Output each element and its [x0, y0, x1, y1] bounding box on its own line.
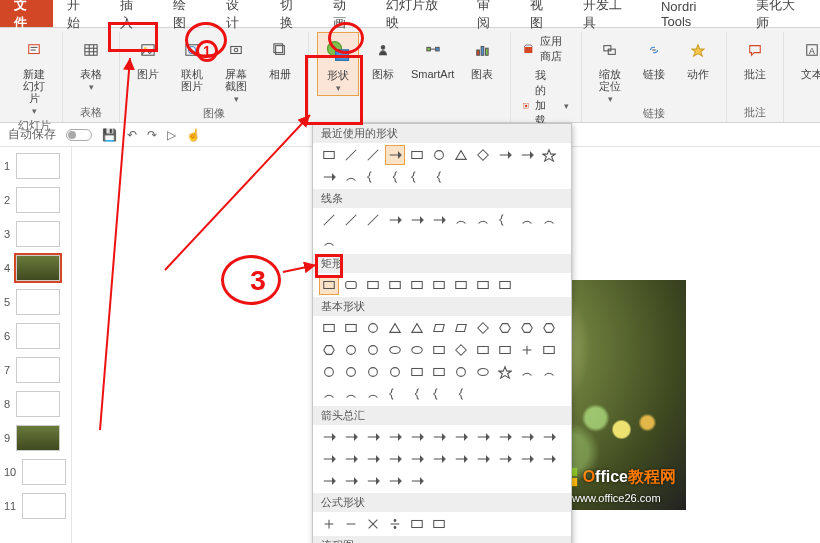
thumbnail-3[interactable]: 3 [4, 221, 67, 247]
shape-item[interactable] [517, 340, 537, 360]
shape-item[interactable] [539, 318, 559, 338]
shape-item[interactable] [363, 514, 383, 534]
shape-item[interactable] [341, 275, 361, 295]
tab-home[interactable]: 开始 [53, 0, 106, 27]
shape-item[interactable] [319, 275, 339, 295]
shape-item[interactable] [539, 362, 559, 382]
shape-item[interactable] [407, 318, 427, 338]
shape-item[interactable] [341, 471, 361, 491]
shape-item[interactable] [539, 427, 559, 447]
shape-item[interactable] [385, 340, 405, 360]
shape-item[interactable] [517, 318, 537, 338]
shape-item[interactable] [363, 362, 383, 382]
shape-item[interactable] [451, 384, 471, 404]
shape-item[interactable] [385, 275, 405, 295]
shape-item[interactable] [517, 427, 537, 447]
shape-item[interactable] [341, 427, 361, 447]
shape-item[interactable] [385, 449, 405, 469]
shape-item[interactable] [473, 210, 493, 230]
shape-item[interactable] [319, 427, 339, 447]
shape-item[interactable] [319, 167, 339, 187]
shape-item[interactable] [319, 145, 339, 165]
tab-transition[interactable]: 切换 [266, 0, 319, 27]
shape-item[interactable] [473, 145, 493, 165]
shape-item[interactable] [363, 275, 383, 295]
tab-view[interactable]: 视图 [516, 0, 569, 27]
comment-button[interactable]: 批注 [735, 32, 775, 82]
shape-item[interactable] [495, 275, 515, 295]
shape-item[interactable] [341, 362, 361, 382]
thumbnail-1[interactable]: 1 [4, 153, 67, 179]
shape-item[interactable] [341, 449, 361, 469]
thumbnail-7[interactable]: 7 [4, 357, 67, 383]
store-button[interactable]: 应用商店 [523, 34, 569, 64]
link-button[interactable]: 链接 [634, 32, 674, 106]
shape-item[interactable] [407, 275, 427, 295]
shape-item[interactable] [495, 427, 515, 447]
shape-item[interactable] [473, 362, 493, 382]
shape-item[interactable] [407, 362, 427, 382]
shape-item[interactable] [407, 340, 427, 360]
shape-item[interactable] [363, 340, 383, 360]
shape-item[interactable] [385, 145, 405, 165]
thumbnail-2[interactable]: 2 [4, 187, 67, 213]
shape-item[interactable] [451, 318, 471, 338]
shape-item[interactable] [319, 318, 339, 338]
album-button[interactable]: 相册 [260, 32, 300, 106]
tab-beautify[interactable]: 美化大师 [742, 0, 820, 27]
online-pictures-button[interactable]: 联机图片 [172, 32, 212, 106]
tab-file[interactable]: 文件 [0, 0, 53, 27]
shape-item[interactable] [341, 384, 361, 404]
table-button[interactable]: 表格 ▾ [71, 32, 111, 94]
shape-item[interactable] [341, 167, 361, 187]
shape-item[interactable] [385, 427, 405, 447]
shape-item[interactable] [539, 145, 559, 165]
shape-item[interactable] [319, 362, 339, 382]
shape-item[interactable] [473, 275, 493, 295]
shape-item[interactable] [363, 471, 383, 491]
shape-item[interactable] [407, 471, 427, 491]
tab-nordri[interactable]: Nordri Tools [647, 0, 742, 27]
shape-item[interactable] [451, 427, 471, 447]
shape-item[interactable] [319, 210, 339, 230]
shape-item[interactable] [363, 318, 383, 338]
tab-animation[interactable]: 动画 [319, 0, 372, 27]
shape-item[interactable] [385, 384, 405, 404]
thumbnail-9[interactable]: 9 [4, 425, 67, 451]
action-button[interactable]: 动作 [678, 32, 718, 106]
shape-item[interactable] [429, 340, 449, 360]
shape-item[interactable] [495, 210, 515, 230]
zoom-button[interactable]: 缩放定位 ▾ [590, 32, 630, 106]
thumbnail-11[interactable]: 11 [4, 493, 67, 519]
shape-item[interactable] [495, 145, 515, 165]
shape-item[interactable] [319, 232, 339, 252]
shape-item[interactable] [429, 514, 449, 534]
shape-item[interactable] [539, 449, 559, 469]
shape-item[interactable] [385, 318, 405, 338]
thumbnail-4[interactable]: 4 [4, 255, 67, 281]
tab-slideshow[interactable]: 幻灯片放映 [372, 0, 463, 27]
shape-item[interactable] [363, 145, 383, 165]
shape-item[interactable] [385, 514, 405, 534]
shape-item[interactable] [319, 449, 339, 469]
tab-draw[interactable]: 绘图 [159, 0, 212, 27]
shape-item[interactable] [429, 384, 449, 404]
shape-item[interactable] [363, 449, 383, 469]
tab-insert[interactable]: 插入 [106, 0, 159, 27]
shape-item[interactable] [341, 340, 361, 360]
autosave-toggle[interactable] [66, 129, 92, 141]
shape-item[interactable] [429, 318, 449, 338]
shape-item[interactable] [539, 210, 559, 230]
pictures-button[interactable]: 图片 [128, 32, 168, 106]
shape-item[interactable] [363, 384, 383, 404]
shapes-button[interactable]: 形状 ▾ [317, 32, 359, 96]
shape-item[interactable] [495, 340, 515, 360]
shape-item[interactable] [451, 145, 471, 165]
shape-item[interactable] [473, 427, 493, 447]
thumbnail-5[interactable]: 5 [4, 289, 67, 315]
screenshot-button[interactable]: 屏幕截图 ▾ [216, 32, 256, 106]
shape-item[interactable] [473, 318, 493, 338]
shape-item[interactable] [429, 167, 449, 187]
chart-button[interactable]: 图表 [462, 32, 502, 96]
shape-item[interactable] [429, 362, 449, 382]
